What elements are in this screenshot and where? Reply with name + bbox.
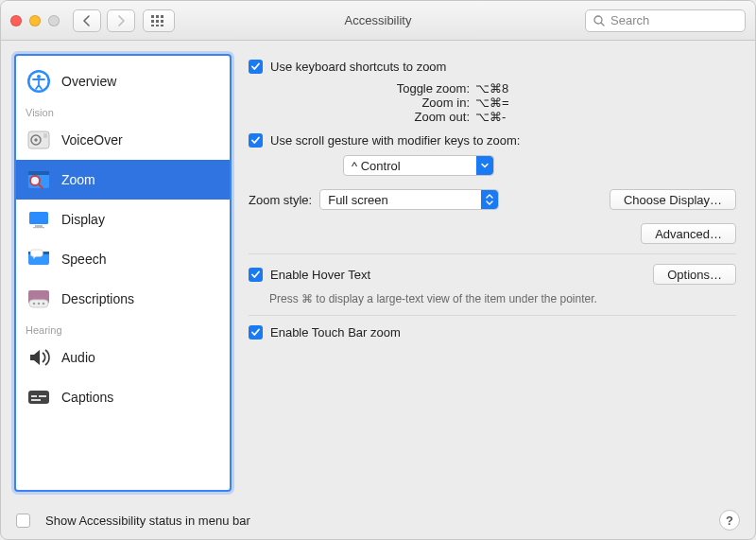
audio-icon bbox=[26, 344, 52, 371]
status-in-menubar-label: Show Accessibility status in menu bar bbox=[45, 514, 250, 528]
sidebar-item-label: Zoom bbox=[61, 172, 220, 187]
sidebar-item-zoom[interactable]: Zoom bbox=[16, 160, 230, 200]
scroll-gesture-checkbox-row: Use scroll gesture with modifier keys to… bbox=[249, 133, 736, 148]
back-button[interactable] bbox=[73, 9, 101, 32]
touch-bar-zoom-checkbox[interactable] bbox=[249, 325, 263, 340]
touch-bar-zoom-label: Enable Touch Bar zoom bbox=[270, 325, 401, 340]
shortcut-value: ⌥⌘- bbox=[475, 110, 506, 124]
speech-icon bbox=[26, 246, 52, 272]
svg-point-32 bbox=[43, 303, 45, 305]
svg-rect-23 bbox=[29, 212, 48, 224]
sidebar-item-label: Descriptions bbox=[61, 291, 220, 306]
sidebar-item-overview[interactable]: Overview bbox=[16, 61, 230, 101]
descriptions-icon bbox=[26, 286, 52, 312]
scroll-gesture-label: Use scroll gesture with modifier keys to… bbox=[270, 133, 520, 148]
svg-rect-8 bbox=[161, 25, 163, 26]
choose-display-button[interactable]: Choose Display… bbox=[610, 189, 736, 210]
svg-rect-25 bbox=[33, 227, 44, 228]
shortcut-value: ⌥⌘= bbox=[475, 96, 509, 110]
voiceover-icon bbox=[26, 127, 52, 153]
keyboard-shortcuts-checkbox-row: Use keyboard shortcuts to zoom bbox=[249, 60, 736, 74]
zoom-style-value: Full screen bbox=[328, 193, 411, 207]
sidebar-item-audio[interactable]: Audio bbox=[16, 338, 230, 377]
svg-rect-0 bbox=[151, 15, 154, 18]
sidebar-item-label: Speech bbox=[61, 252, 220, 267]
window-controls bbox=[10, 15, 60, 26]
shortcut-label: Zoom out: bbox=[249, 110, 475, 124]
keyboard-shortcut-list: Toggle zoom:⌥⌘8 Zoom in:⌥⌘= Zoom out:⌥⌘- bbox=[249, 81, 736, 124]
sidebar-item-label: Audio bbox=[61, 350, 220, 365]
svg-rect-1 bbox=[156, 15, 159, 18]
keyboard-shortcuts-checkbox[interactable] bbox=[249, 60, 263, 74]
modifier-key-select[interactable]: ^ Control bbox=[343, 155, 494, 176]
close-window-button[interactable] bbox=[10, 15, 22, 26]
sidebar-item-label: VoiceOver bbox=[61, 132, 220, 148]
footer: Show Accessibility status in menu bar ? bbox=[1, 501, 755, 539]
forward-button[interactable] bbox=[107, 9, 135, 32]
sidebar-item-label: Display bbox=[61, 212, 220, 227]
content: Overview Vision VoiceOver Zoom Display bbox=[1, 41, 755, 501]
svg-rect-19 bbox=[28, 171, 49, 175]
svg-rect-6 bbox=[151, 25, 154, 26]
svg-rect-36 bbox=[31, 399, 41, 401]
svg-line-10 bbox=[601, 23, 604, 26]
separator bbox=[249, 315, 736, 316]
sidebar-item-voiceover[interactable]: VoiceOver bbox=[16, 120, 230, 160]
show-all-button[interactable] bbox=[143, 9, 175, 32]
svg-rect-34 bbox=[31, 395, 37, 397]
status-in-menubar-checkbox[interactable] bbox=[16, 514, 30, 528]
sidebar[interactable]: Overview Vision VoiceOver Zoom Display bbox=[14, 54, 232, 492]
main-panel: Use keyboard shortcuts to zoom Toggle zo… bbox=[249, 54, 742, 492]
svg-point-13 bbox=[37, 75, 41, 78]
shortcut-value: ⌥⌘8 bbox=[475, 81, 508, 96]
svg-rect-3 bbox=[151, 20, 154, 23]
chevron-down-icon bbox=[476, 156, 493, 175]
accessibility-icon bbox=[26, 68, 52, 95]
titlebar: Accessibility Search bbox=[1, 1, 755, 41]
display-icon bbox=[26, 206, 52, 233]
keyboard-shortcuts-label: Use keyboard shortcuts to zoom bbox=[270, 60, 446, 74]
sidebar-item-descriptions[interactable]: Descriptions bbox=[16, 279, 230, 319]
zoom-window-button[interactable] bbox=[48, 15, 60, 26]
svg-rect-35 bbox=[39, 395, 46, 397]
minimize-window-button[interactable] bbox=[29, 15, 41, 26]
separator bbox=[249, 253, 736, 254]
svg-rect-7 bbox=[156, 25, 159, 26]
svg-point-31 bbox=[38, 303, 41, 305]
sidebar-category-hearing: Hearing bbox=[16, 319, 230, 338]
zoom-style-label: Zoom style: bbox=[249, 193, 312, 207]
svg-rect-2 bbox=[161, 15, 163, 18]
hover-text-hint: Press ⌘ to display a large-text view of … bbox=[269, 292, 736, 305]
hover-text-options-button[interactable]: Options… bbox=[653, 264, 736, 285]
help-button[interactable]: ? bbox=[719, 510, 740, 531]
sidebar-item-captions[interactable]: Captions bbox=[16, 377, 230, 417]
svg-point-30 bbox=[33, 303, 36, 305]
modifier-key-value: ^ Control bbox=[352, 159, 423, 173]
zoom-style-select[interactable]: Full screen bbox=[319, 189, 499, 210]
nav-buttons bbox=[73, 9, 135, 32]
zoom-icon bbox=[26, 166, 52, 193]
svg-rect-24 bbox=[35, 225, 43, 227]
svg-rect-4 bbox=[156, 20, 159, 23]
hover-text-label: Enable Hover Text bbox=[270, 268, 370, 282]
search-placeholder: Search bbox=[610, 13, 649, 27]
hover-text-checkbox[interactable] bbox=[249, 268, 263, 282]
search-icon bbox=[593, 15, 605, 26]
search-field[interactable]: Search bbox=[585, 9, 746, 32]
shortcut-label: Zoom in: bbox=[249, 96, 475, 110]
sidebar-item-label: Overview bbox=[61, 74, 220, 89]
sidebar-item-label: Captions bbox=[61, 390, 220, 405]
updown-icon bbox=[481, 190, 498, 209]
sidebar-item-speech[interactable]: Speech bbox=[16, 239, 230, 279]
scroll-gesture-checkbox[interactable] bbox=[249, 133, 263, 148]
advanced-button[interactable]: Advanced… bbox=[641, 223, 736, 244]
svg-rect-17 bbox=[43, 133, 47, 138]
svg-point-16 bbox=[34, 138, 37, 141]
captions-icon bbox=[26, 384, 52, 410]
shortcut-label: Toggle zoom: bbox=[249, 81, 475, 96]
sidebar-category-vision: Vision bbox=[16, 101, 230, 120]
svg-rect-5 bbox=[161, 20, 163, 23]
sidebar-item-display[interactable]: Display bbox=[16, 200, 230, 239]
